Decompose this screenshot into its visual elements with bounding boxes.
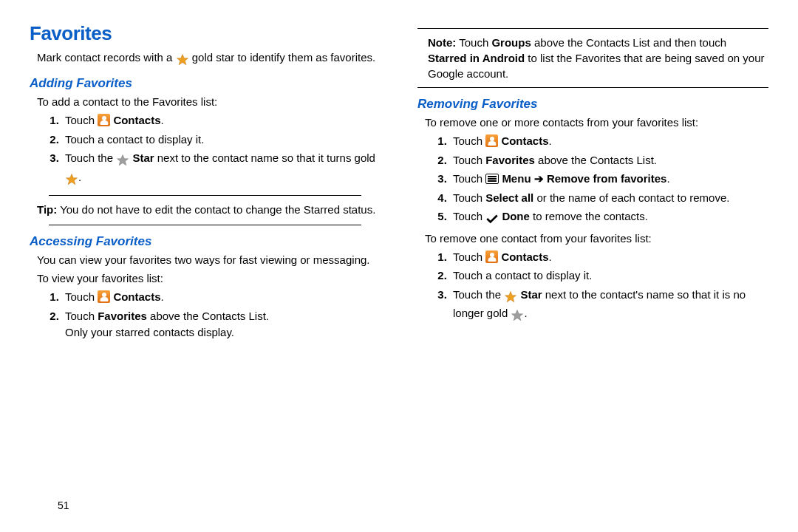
text: Touch	[453, 154, 482, 166]
text-bold: Contacts	[501, 250, 548, 263]
page-number: 51	[58, 499, 69, 511]
menu-icon	[485, 174, 499, 184]
adding-lead: To add a contact to the Favorites list:	[37, 94, 381, 109]
removing-steps-single: Touch Contacts. Touch a contact to displ…	[417, 249, 768, 324]
text: above the Contacts List.	[150, 310, 269, 322]
text: Touch	[453, 210, 482, 222]
divider	[49, 195, 361, 196]
text-bold: Contacts	[501, 134, 548, 147]
list-item: Touch Menu ➔ Remove from favorites.	[450, 171, 768, 188]
text-bold: Star	[132, 151, 154, 164]
accessing-lead1: You can view your favorites two ways for…	[37, 252, 381, 267]
text-bold: Menu	[502, 172, 531, 185]
text-bold: Note:	[428, 36, 456, 49]
removing-lead1: To remove one or more contacts from your…	[425, 115, 768, 130]
text-bold: Remove from favorites	[547, 172, 667, 185]
text-bold: Tip:	[37, 203, 57, 216]
star-grey-icon	[116, 152, 129, 169]
text: Touch	[453, 191, 482, 204]
list-item: Touch a contact to display it.	[450, 267, 768, 284]
intro-paragraph: Mark contact records with a gold star to…	[37, 50, 381, 67]
text: Mark contact records with a	[37, 51, 172, 64]
text-bold: Done	[502, 210, 530, 222]
star-gold-icon	[65, 171, 78, 188]
removing-lead2: To remove one contact from your favorite…	[425, 231, 768, 246]
text-bold: Select all	[485, 191, 533, 204]
list-item: Touch Favorites above the Contacts List.	[450, 152, 768, 169]
accessing-lead2: To view your favorites list:	[37, 270, 381, 286]
text: next to the contact name so that it turn…	[157, 151, 375, 164]
list-item: Touch Done to remove the contacts.	[450, 208, 768, 228]
text: Only your starred contacts display.	[65, 326, 234, 338]
text: gold star to identify them as favorites.	[192, 51, 375, 64]
text: Touch	[65, 114, 95, 126]
text: Touch	[65, 310, 95, 322]
list-item: Touch Contacts.	[450, 249, 768, 266]
text-bold: Contacts	[113, 114, 160, 126]
text-bold: Favorites	[98, 310, 147, 322]
list-item: Touch Contacts.	[62, 112, 381, 129]
removing-steps-multi: Touch Contacts. Touch Favorites above th…	[417, 133, 768, 228]
tip-paragraph: Tip: You do not have to edit the contact…	[37, 202, 381, 217]
note-paragraph: Note: Touch Groups above the Contacts Li…	[425, 35, 768, 81]
text: Touch	[459, 36, 488, 49]
subheading-adding: Adding Favorites	[30, 76, 381, 91]
star-gold-icon	[504, 289, 517, 306]
list-item: Touch Select all or the name of each con…	[450, 190, 768, 207]
checkmark-icon	[485, 211, 499, 228]
subheading-removing: Removing Favorites	[417, 97, 768, 112]
contacts-icon	[98, 114, 110, 126]
text-bold: Contacts	[113, 290, 160, 303]
text-bold: Groups	[491, 36, 531, 49]
contacts-icon	[98, 290, 110, 303]
list-item: Touch the Star next to the contact's nam…	[450, 287, 768, 324]
svg-marker-0	[177, 55, 188, 65]
text: Touch the	[453, 288, 501, 301]
heading-favorites: Favorites	[30, 22, 381, 45]
text: You do not have to edit the contact to c…	[60, 203, 375, 216]
left-column: Favorites Mark contact records with a go…	[30, 22, 381, 344]
text: Touch	[65, 290, 95, 303]
svg-marker-4	[512, 310, 523, 321]
text-bold: Starred in Android	[428, 52, 525, 64]
divider	[417, 28, 768, 29]
text: to remove the contacts.	[533, 210, 648, 222]
right-column: Note: Touch Groups above the Contacts Li…	[417, 22, 768, 344]
list-item: Touch Contacts.	[62, 289, 381, 306]
arrow-icon: ➔	[534, 172, 544, 185]
text-bold: Star	[520, 288, 542, 301]
accessing-steps: Touch Contacts. Touch Favorites above th…	[30, 289, 381, 341]
svg-marker-3	[505, 291, 516, 301]
adding-steps: Touch Contacts. Touch a contact to displ…	[30, 112, 381, 188]
svg-marker-2	[66, 174, 78, 184]
text: Touch	[453, 250, 482, 263]
text: Touch	[453, 172, 482, 185]
star-gold-icon	[176, 52, 189, 67]
list-item: Touch a contact to display it.	[62, 132, 381, 149]
text: above the Contacts List and then touch	[534, 36, 726, 49]
contacts-icon	[485, 134, 498, 147]
svg-marker-1	[117, 155, 129, 166]
divider	[49, 225, 361, 225]
list-item: Touch Contacts.	[450, 133, 768, 150]
text: Touch	[453, 134, 482, 147]
text: above the Contacts List.	[538, 154, 657, 166]
list-item: Touch the Star next to the contact name …	[62, 150, 381, 188]
star-grey-icon	[511, 307, 524, 324]
text: or the name of each contact to remove.	[536, 191, 729, 204]
divider	[417, 87, 768, 88]
text-bold: Favorites	[485, 154, 535, 166]
subheading-accessing: Accessing Favorites	[30, 234, 381, 249]
contacts-icon	[485, 250, 498, 263]
text: Touch the	[65, 151, 113, 164]
list-item: Touch Favorites above the Contacts List.…	[62, 308, 381, 341]
